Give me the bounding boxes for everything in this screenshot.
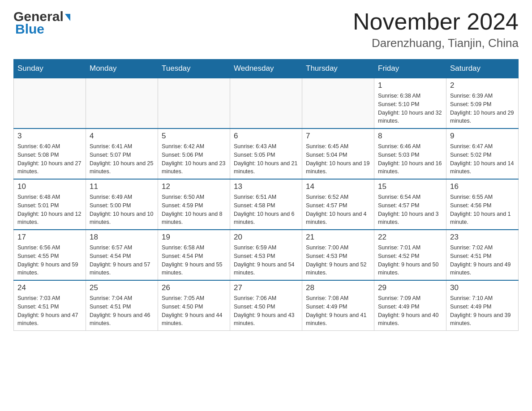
- day-number: 30: [450, 283, 515, 292]
- calendar-cell: 22Sunrise: 7:01 AMSunset: 4:52 PMDayligh…: [374, 230, 446, 280]
- day-info: Sunrise: 6:41 AMSunset: 5:07 PMDaylight:…: [90, 142, 154, 176]
- calendar-cell: 4Sunrise: 6:41 AMSunset: 5:07 PMDaylight…: [86, 128, 158, 179]
- calendar-cell: 3Sunrise: 6:40 AMSunset: 5:08 PMDaylight…: [14, 128, 86, 179]
- day-number: 1: [378, 81, 442, 90]
- calendar-cell: 25Sunrise: 7:04 AMSunset: 4:51 PMDayligh…: [86, 280, 158, 331]
- day-info: Sunrise: 6:42 AMSunset: 5:06 PMDaylight:…: [162, 142, 226, 176]
- title-section: November 2024 Darenzhuang, Tianjin, Chin…: [353, 9, 519, 50]
- calendar-cell: 28Sunrise: 7:08 AMSunset: 4:49 PMDayligh…: [302, 280, 374, 331]
- day-number: 14: [306, 182, 370, 191]
- day-number: 6: [234, 132, 298, 141]
- day-info: Sunrise: 7:09 AMSunset: 4:49 PMDaylight:…: [378, 294, 442, 328]
- day-info: Sunrise: 7:04 AMSunset: 4:51 PMDaylight:…: [90, 294, 154, 328]
- day-info: Sunrise: 6:54 AMSunset: 4:57 PMDaylight:…: [378, 193, 442, 227]
- day-number: 24: [17, 283, 82, 292]
- day-info: Sunrise: 6:45 AMSunset: 5:04 PMDaylight:…: [306, 142, 370, 176]
- day-info: Sunrise: 7:10 AMSunset: 4:49 PMDaylight:…: [450, 294, 515, 328]
- day-info: Sunrise: 6:58 AMSunset: 4:54 PMDaylight:…: [162, 244, 226, 277]
- day-info: Sunrise: 6:57 AMSunset: 4:54 PMDaylight:…: [90, 244, 154, 277]
- day-number: 26: [162, 283, 226, 292]
- day-number: 4: [90, 132, 154, 141]
- calendar-week-1: 1Sunrise: 6:38 AMSunset: 5:10 PMDaylight…: [14, 78, 519, 128]
- day-number: 29: [378, 283, 442, 292]
- calendar-cell: [158, 78, 230, 128]
- calendar-cell: 8Sunrise: 6:46 AMSunset: 5:03 PMDaylight…: [374, 128, 446, 179]
- calendar-cell: 27Sunrise: 7:06 AMSunset: 4:50 PMDayligh…: [230, 280, 302, 331]
- calendar-cell: 19Sunrise: 6:58 AMSunset: 4:54 PMDayligh…: [158, 230, 230, 280]
- day-info: Sunrise: 6:39 AMSunset: 5:09 PMDaylight:…: [450, 92, 515, 125]
- day-info: Sunrise: 6:40 AMSunset: 5:08 PMDaylight:…: [17, 142, 82, 176]
- day-info: Sunrise: 6:46 AMSunset: 5:03 PMDaylight:…: [378, 142, 442, 176]
- day-number: 22: [378, 233, 442, 242]
- location-title: Darenzhuang, Tianjin, China: [353, 36, 519, 50]
- calendar-cell: 23Sunrise: 7:02 AMSunset: 4:51 PMDayligh…: [446, 230, 519, 280]
- day-number: 9: [450, 132, 515, 141]
- calendar-cell: 26Sunrise: 7:05 AMSunset: 4:50 PMDayligh…: [158, 280, 230, 331]
- calendar-cell: 16Sunrise: 6:55 AMSunset: 4:56 PMDayligh…: [446, 179, 519, 230]
- day-info: Sunrise: 7:02 AMSunset: 4:51 PMDaylight:…: [450, 244, 515, 277]
- calendar-cell: 17Sunrise: 6:56 AMSunset: 4:55 PMDayligh…: [14, 230, 86, 280]
- calendar-cell: 7Sunrise: 6:45 AMSunset: 5:04 PMDaylight…: [302, 128, 374, 179]
- day-info: Sunrise: 6:49 AMSunset: 5:00 PMDaylight:…: [90, 193, 154, 227]
- calendar-header-row: SundayMondayTuesdayWednesdayThursdayFrid…: [14, 60, 519, 78]
- logo: General Blue: [13, 9, 70, 37]
- calendar-cell: 2Sunrise: 6:39 AMSunset: 5:09 PMDaylight…: [446, 78, 519, 128]
- calendar-cell: 15Sunrise: 6:54 AMSunset: 4:57 PMDayligh…: [374, 179, 446, 230]
- calendar-week-3: 10Sunrise: 6:48 AMSunset: 5:01 PMDayligh…: [14, 179, 519, 230]
- calendar-cell: 24Sunrise: 7:03 AMSunset: 4:51 PMDayligh…: [14, 280, 86, 331]
- day-info: Sunrise: 7:01 AMSunset: 4:52 PMDaylight:…: [378, 244, 442, 277]
- day-number: 10: [17, 182, 82, 191]
- calendar-cell: 29Sunrise: 7:09 AMSunset: 4:49 PMDayligh…: [374, 280, 446, 331]
- calendar-dow-saturday: Saturday: [446, 60, 519, 78]
- day-number: 11: [90, 182, 154, 191]
- day-info: Sunrise: 6:59 AMSunset: 4:53 PMDaylight:…: [234, 244, 298, 277]
- calendar-cell: 21Sunrise: 7:00 AMSunset: 4:53 PMDayligh…: [302, 230, 374, 280]
- day-number: 5: [162, 132, 226, 141]
- calendar-week-4: 17Sunrise: 6:56 AMSunset: 4:55 PMDayligh…: [14, 230, 519, 280]
- day-number: 15: [378, 182, 442, 191]
- day-info: Sunrise: 6:48 AMSunset: 5:01 PMDaylight:…: [17, 193, 82, 227]
- calendar-cell: [14, 78, 86, 128]
- page-header: General Blue November 2024 Darenzhuang, …: [13, 9, 519, 50]
- calendar-cell: 1Sunrise: 6:38 AMSunset: 5:10 PMDaylight…: [374, 78, 446, 128]
- day-info: Sunrise: 7:05 AMSunset: 4:50 PMDaylight:…: [162, 294, 226, 328]
- calendar-table: SundayMondayTuesdayWednesdayThursdayFrid…: [13, 59, 519, 331]
- calendar-cell: 14Sunrise: 6:52 AMSunset: 4:57 PMDayligh…: [302, 179, 374, 230]
- day-info: Sunrise: 7:03 AMSunset: 4:51 PMDaylight:…: [17, 294, 82, 328]
- day-info: Sunrise: 7:00 AMSunset: 4:53 PMDaylight:…: [306, 244, 370, 277]
- calendar-cell: 12Sunrise: 6:50 AMSunset: 4:59 PMDayligh…: [158, 179, 230, 230]
- day-number: 27: [234, 283, 298, 292]
- calendar-dow-sunday: Sunday: [14, 60, 86, 78]
- day-number: 13: [234, 182, 298, 191]
- day-number: 3: [17, 132, 82, 141]
- calendar-cell: 5Sunrise: 6:42 AMSunset: 5:06 PMDaylight…: [158, 128, 230, 179]
- day-number: 12: [162, 182, 226, 191]
- calendar-cell: [230, 78, 302, 128]
- day-number: 21: [306, 233, 370, 242]
- calendar-cell: 9Sunrise: 6:47 AMSunset: 5:02 PMDaylight…: [446, 128, 519, 179]
- calendar-cell: 20Sunrise: 6:59 AMSunset: 4:53 PMDayligh…: [230, 230, 302, 280]
- day-number: 19: [162, 233, 226, 242]
- calendar-dow-wednesday: Wednesday: [230, 60, 302, 78]
- calendar-cell: 10Sunrise: 6:48 AMSunset: 5:01 PMDayligh…: [14, 179, 86, 230]
- calendar-dow-friday: Friday: [374, 60, 446, 78]
- calendar-dow-tuesday: Tuesday: [158, 60, 230, 78]
- day-info: Sunrise: 6:47 AMSunset: 5:02 PMDaylight:…: [450, 142, 515, 176]
- day-number: 18: [90, 233, 154, 242]
- logo-blue: Blue: [13, 21, 44, 37]
- day-info: Sunrise: 6:55 AMSunset: 4:56 PMDaylight:…: [450, 193, 515, 227]
- day-info: Sunrise: 7:08 AMSunset: 4:49 PMDaylight:…: [306, 294, 370, 328]
- day-number: 17: [17, 233, 82, 242]
- calendar-dow-monday: Monday: [86, 60, 158, 78]
- calendar-dow-thursday: Thursday: [302, 60, 374, 78]
- day-info: Sunrise: 6:51 AMSunset: 4:58 PMDaylight:…: [234, 193, 298, 227]
- day-number: 16: [450, 182, 515, 191]
- day-number: 2: [450, 81, 515, 90]
- calendar-cell: 6Sunrise: 6:43 AMSunset: 5:05 PMDaylight…: [230, 128, 302, 179]
- calendar-cell: [86, 78, 158, 128]
- logo-triangle-icon: [65, 14, 70, 21]
- day-number: 25: [90, 283, 154, 292]
- day-info: Sunrise: 6:56 AMSunset: 4:55 PMDaylight:…: [17, 244, 82, 277]
- day-info: Sunrise: 6:38 AMSunset: 5:10 PMDaylight:…: [378, 92, 442, 125]
- day-number: 7: [306, 132, 370, 141]
